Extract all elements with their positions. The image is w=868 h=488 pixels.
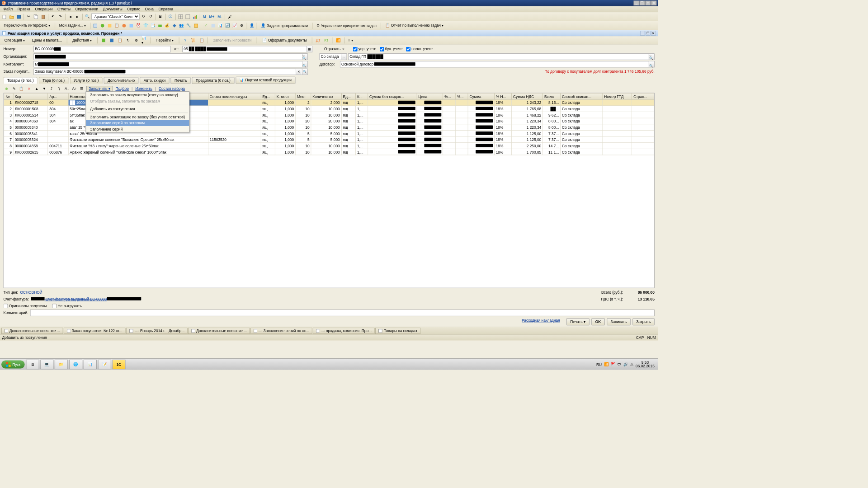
tb-icon-6[interactable]	[128, 23, 134, 29]
open-doc-tab[interactable]: Заказ покупателя № 122 от...	[64, 328, 125, 334]
lang-indicator[interactable]: RU	[596, 362, 602, 366]
format-docs-button[interactable]: 📄 Оформить документы	[260, 37, 309, 43]
nakl-link[interactable]: Расходная накладная	[520, 318, 561, 325]
noexp-checkbox[interactable]: Не выгружать	[52, 304, 82, 308]
from-wh-input[interactable]: Со склада...	[319, 53, 347, 60]
column-header[interactable]: Номер ГТД	[603, 94, 632, 100]
task-app-3[interactable]: 🌐	[69, 360, 82, 369]
column-header[interactable]: Способ списан...	[561, 94, 603, 100]
cut-icon[interactable]: ✂	[26, 14, 32, 20]
tab-goods[interactable]: Товары (9 поз.)	[4, 77, 38, 84]
dropdown-item[interactable]: Заполнить по заказу покупателя (счету на…	[86, 92, 189, 98]
search-icon[interactable]: 🔍	[84, 14, 90, 20]
tb-icon-5[interactable]	[121, 23, 127, 29]
edit-row-icon[interactable]: ✎	[11, 86, 17, 92]
doc-minimize-button[interactable]: _	[640, 31, 645, 36]
open-icon[interactable]	[9, 14, 15, 20]
movedown2-icon[interactable]: ⤵	[56, 86, 62, 92]
tray-sound-icon[interactable]: 🔊	[623, 362, 628, 366]
start-button[interactable]: Пуск	[1, 360, 24, 368]
mplus-button[interactable]: M+	[208, 14, 215, 19]
tb-icon-8[interactable]: 👕	[142, 23, 149, 29]
warehouse-input[interactable]: Склад ГП ██████...🔍	[348, 53, 655, 60]
help-icon[interactable]: ⓘ	[168, 14, 174, 20]
number-input[interactable]: ВС-000009	[33, 46, 170, 52]
sortza-icon[interactable]: A↑	[71, 86, 78, 92]
tab-prepay[interactable]: Предоплата (0 поз.)	[192, 77, 234, 84]
copy-row-icon[interactable]: 📋	[19, 86, 25, 92]
tb-icon-14[interactable]: 🔧	[186, 23, 192, 29]
add-row-icon[interactable]: ⊕	[4, 86, 10, 92]
struct-icon[interactable]: 📊▾	[142, 37, 148, 43]
forward-icon[interactable]: ►	[74, 14, 80, 20]
order-clear-icon[interactable]: ✕	[296, 69, 301, 75]
org-select-icon[interactable]: ...🔍	[302, 54, 307, 60]
doc-close-button[interactable]: ✕	[651, 31, 656, 36]
column-header[interactable]: Ед...	[341, 94, 355, 100]
tb-icon-19[interactable]: 📈	[231, 23, 238, 29]
refresh2-icon[interactable]: ↺	[148, 14, 154, 20]
column-header[interactable]: %...	[456, 94, 468, 100]
undo-icon[interactable]: ↶	[50, 14, 57, 20]
dropdown-item[interactable]: Заполнение серий	[86, 126, 189, 132]
close-doc-button[interactable]: Закрыть	[632, 318, 655, 325]
wh-select-icon[interactable]: ...🔍	[649, 54, 654, 60]
dropdown-item[interactable]: Заполнить реализацию по заказу (без учет…	[86, 114, 189, 120]
close-button[interactable]: ✕	[651, 1, 656, 6]
print-button[interactable]: Печать ▾	[566, 318, 590, 325]
counter-input[interactable]: М...🔍	[33, 61, 307, 67]
table-row[interactable]: 800000004858004711Фисташки "НЗ к пиву" ж…	[4, 143, 654, 149]
tb-icon-2[interactable]	[99, 23, 106, 29]
edit-button[interactable]: Изменить	[134, 87, 154, 91]
column-header[interactable]: К...	[356, 94, 368, 100]
column-header[interactable]: Стран...	[632, 94, 654, 100]
chart-icon[interactable]	[192, 14, 198, 20]
tray-shield-icon[interactable]: 🛡	[618, 362, 621, 366]
dt-icon[interactable]: Дт	[315, 37, 321, 43]
task-report-button[interactable]: 📋 Отчет по выполнению задач ▾	[383, 22, 446, 28]
column-header[interactable]: К. мест	[275, 94, 295, 100]
list-icon[interactable]: 📋	[198, 37, 205, 43]
back-icon[interactable]: ◄	[67, 14, 74, 20]
upr-checkbox[interactable]: упр. учете	[353, 47, 376, 51]
task-1c[interactable]: 1C	[112, 360, 125, 369]
refresh-doc-icon[interactable]: ↻	[125, 37, 131, 43]
script-icon[interactable]: 📜	[190, 37, 197, 43]
qhelp-icon[interactable]: ?	[182, 37, 189, 43]
save-doc-icon[interactable]	[108, 37, 115, 43]
paste-icon[interactable]	[40, 14, 47, 20]
invoice-link[interactable]: Счет-фактура выданный ВС-00008	[31, 297, 141, 301]
column-header[interactable]: Мест	[295, 94, 311, 100]
movedown-icon[interactable]: ▼	[41, 86, 47, 92]
post-icon[interactable]	[100, 37, 107, 43]
maximize-button[interactable]: □	[645, 1, 651, 6]
minimize-button[interactable]: _	[634, 1, 639, 6]
tb-icon-20[interactable]: ⚙	[239, 23, 245, 29]
filter-icon[interactable]: 📶	[335, 37, 341, 43]
menu-catalogs[interactable]: Справочники	[73, 7, 100, 12]
save-button[interactable]: Записать	[607, 318, 630, 325]
orig-checkbox[interactable]: Оригиналы получены	[4, 304, 47, 308]
goto-button[interactable]: Перейти ▾	[153, 37, 176, 43]
order-input[interactable]: Заказ покупателя ВС-00008✕🔍	[33, 68, 307, 75]
config-icon[interactable]: ⚙	[133, 37, 140, 43]
column-header[interactable]: Сумма НДС	[512, 94, 543, 100]
tab-services[interactable]: Услуги (0 поз.)	[70, 77, 102, 84]
restore-button[interactable]: ❐	[639, 1, 645, 6]
user-icon[interactable]: 👤	[249, 23, 255, 29]
open-doc-tab[interactable]: Товары на складах	[375, 328, 420, 334]
grid2-icon[interactable]	[185, 14, 191, 20]
menu-file[interactable]: Файл	[1, 7, 15, 12]
operation-button[interactable]: Операция ▾	[2, 37, 28, 43]
counter-select-icon[interactable]: ...🔍	[302, 61, 307, 67]
dropdown-item[interactable]: Заполнение серий по остаткам	[86, 120, 189, 126]
order-select-icon[interactable]: 🔍	[302, 69, 307, 75]
task-app-4[interactable]: 📊	[84, 360, 97, 369]
tb-icon-18[interactable]: 🔄	[224, 23, 231, 29]
column-header[interactable]: Ед...	[261, 94, 275, 100]
date-input[interactable]: 05.██.████▦	[182, 46, 312, 52]
tb-icon-15[interactable]	[193, 23, 199, 29]
my-tasks-button[interactable]: Мои задачи... ▾	[57, 22, 88, 28]
tab-tara[interactable]: Тара (0 поз.)	[39, 77, 68, 84]
fill-post-button[interactable]: Заполнить и провести	[211, 37, 254, 43]
